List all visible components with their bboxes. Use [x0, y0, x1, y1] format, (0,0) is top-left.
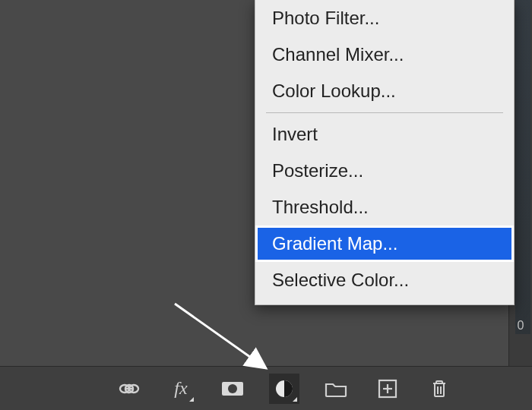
menu-separator	[266, 112, 503, 113]
layers-panel-toolbar: fx	[0, 366, 532, 410]
add-layer-mask-button[interactable]	[217, 374, 248, 404]
menu-item-channel-mixer[interactable]: Channel Mixer...	[255, 36, 514, 73]
new-adjustment-layer-button[interactable]	[269, 374, 299, 404]
chevron-down-icon	[293, 397, 297, 402]
trash-icon	[430, 378, 448, 399]
right-thumbnail	[515, 0, 530, 334]
menu-item-invert[interactable]: Invert	[255, 116, 514, 153]
chevron-down-icon	[189, 397, 194, 402]
adjustment-layer-icon	[274, 378, 295, 399]
link-layers-button[interactable]	[114, 374, 144, 404]
folder-icon	[325, 380, 347, 398]
menu-item-selective-color[interactable]: Selective Color...	[255, 262, 514, 298]
new-layer-button[interactable]	[372, 374, 403, 404]
mask-icon	[220, 380, 245, 398]
delete-layer-button[interactable]	[424, 374, 454, 404]
adjustment-layer-menu: Photo Filter... Channel Mixer... Color L…	[255, 0, 515, 305]
menu-item-posterize[interactable]: Posterize...	[255, 153, 514, 189]
layer-effects-button[interactable]: fx	[166, 374, 196, 404]
ruler-tick: 0	[512, 317, 529, 334]
menu-item-gradient-map[interactable]: Gradient Map...	[255, 226, 514, 262]
menu-item-color-lookup[interactable]: Color Lookup...	[255, 73, 514, 109]
new-group-button[interactable]	[321, 374, 351, 404]
fx-icon: fx	[174, 378, 187, 399]
menu-item-threshold[interactable]: Threshold...	[255, 189, 514, 226]
menu-item-photo-filter[interactable]: Photo Filter...	[255, 0, 514, 36]
svg-point-4	[228, 384, 237, 393]
plus-square-icon	[378, 379, 397, 399]
link-icon	[118, 381, 141, 396]
